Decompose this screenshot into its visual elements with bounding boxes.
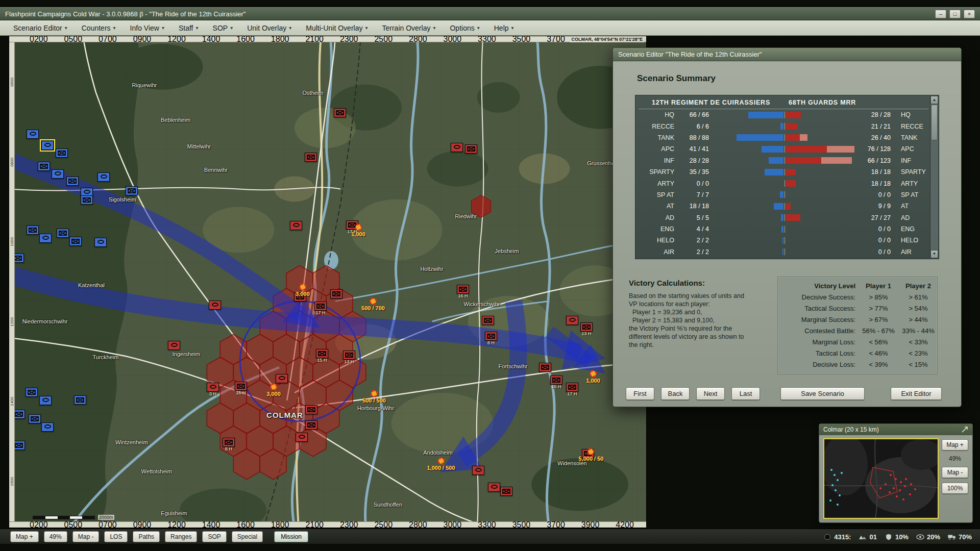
close-icon[interactable]: × (964, 10, 975, 18)
pact-unit-counter[interactable] (566, 316, 578, 325)
p2-bar (785, 134, 856, 141)
pact-unit-counter[interactable] (305, 153, 317, 162)
pact-unit-counter[interactable]: 15 H (316, 349, 328, 358)
pact-unit-counter[interactable] (296, 433, 308, 442)
nato-unit-counter[interactable] (29, 414, 41, 423)
toolbar-paths-button[interactable]: Paths (133, 531, 160, 542)
pact-unit-counter[interactable]: 13 H (343, 350, 355, 360)
nato-unit-counter[interactable] (74, 395, 86, 405)
toolbar-ranges-button[interactable]: Ranges (165, 531, 197, 542)
town-label: Mittelwihr (187, 143, 211, 149)
pact-unit-counter[interactable] (482, 316, 494, 325)
toolbar-mission-button[interactable]: Mission (274, 531, 308, 542)
pact-unit-counter[interactable] (472, 466, 484, 475)
menu-item-unit-overlay[interactable]: Unit Overlay▾ (241, 22, 298, 34)
pact-unit-counter[interactable] (276, 374, 288, 383)
toolbar-special-button[interactable]: Special (232, 531, 263, 542)
resize-icon[interactable] (961, 426, 968, 433)
pact-unit-counter[interactable] (488, 483, 500, 492)
unit-table-scrollbar[interactable]: ▲ ▼ (930, 96, 938, 258)
pact-unit-counter[interactable]: 15 H (550, 375, 562, 385)
minimap-map-button[interactable]: Map - (942, 467, 968, 478)
menu-item-terrain-overlay[interactable]: Terrain Overlay▾ (376, 22, 442, 34)
scroll-up-icon[interactable]: ▲ (930, 96, 938, 104)
nato-unit-counter[interactable] (52, 169, 64, 179)
nato-unit-counter[interactable] (56, 148, 68, 158)
vp-marker[interactable]: 500 / 700 (361, 298, 385, 311)
vp-marker[interactable]: 1,000 / 500 (427, 458, 455, 471)
pact-unit-counter[interactable]: 17 H (566, 383, 578, 392)
nato-unit-counter[interactable] (41, 141, 54, 150)
nav-next-button[interactable]: Next (696, 387, 725, 400)
minimize-icon[interactable]: – (935, 10, 946, 18)
vp-marker[interactable]: 1,000 (351, 224, 365, 237)
pact-unit-counter[interactable] (209, 300, 221, 310)
pact-unit-counter[interactable]: 3 H (207, 383, 219, 392)
dialog-title-bar[interactable]: Scenario Editor "The Ride of the 12th Cu… (613, 48, 961, 61)
menu-item-scenario-editor[interactable]: Scenario Editor▾ (7, 22, 74, 34)
map-viewport[interactable]: OstheimRiquewihrBeblenheimMittelwihrBenn… (9, 36, 647, 528)
toolbar-49-button[interactable]: 49% (44, 531, 67, 542)
pact-unit-counter[interactable]: 17 H (314, 302, 327, 311)
pact-unit-counter[interactable] (500, 487, 512, 496)
menu-item-help[interactable]: Help▾ (488, 22, 520, 34)
pact-unit-counter[interactable]: 8 H (485, 332, 497, 341)
nato-unit-counter[interactable] (81, 195, 93, 205)
minimap-title-bar[interactable]: Colmar (20 x 15 km) (819, 424, 972, 435)
nato-unit-counter[interactable] (26, 388, 38, 397)
nato-unit-counter[interactable] (27, 226, 39, 235)
scrollbar-track[interactable] (930, 141, 938, 250)
nav-last-button[interactable]: Last (731, 387, 760, 400)
toolbar-sop-button[interactable]: SOP (202, 531, 226, 542)
vp-marker[interactable]: 1,000 (586, 371, 600, 384)
pact-unit-counter[interactable] (334, 108, 346, 117)
vp-marker[interactable]: 3,000 (266, 384, 281, 397)
minimap-map-button[interactable]: Map + (942, 439, 968, 450)
maximize-icon[interactable]: □ (949, 10, 961, 18)
pact-unit-counter[interactable] (305, 405, 317, 414)
nato-unit-counter[interactable] (41, 422, 54, 432)
menu-item-options[interactable]: Options▾ (444, 22, 485, 34)
menu-item-staff[interactable]: Staff▾ (173, 22, 205, 34)
victory-note-line: Based on the starting values of units an… (629, 292, 777, 300)
vp-marker[interactable]: 3,000 (296, 284, 310, 297)
nato-unit-counter[interactable] (66, 177, 79, 186)
menu-item-counters[interactable]: Counters▾ (76, 22, 122, 34)
nato-unit-counter[interactable] (57, 229, 69, 238)
pact-unit-counter[interactable] (451, 143, 463, 152)
nato-unit-counter[interactable] (39, 234, 52, 243)
pact-unit-counter[interactable] (330, 289, 342, 298)
nato-unit-counter[interactable] (94, 238, 107, 247)
exit-editor-button[interactable]: Exit Editor (891, 387, 942, 400)
nato-unit-counter[interactable] (27, 130, 39, 139)
pact-unit-counter[interactable]: 16 H (235, 382, 247, 391)
save-scenario-button[interactable]: Save Scenario (780, 387, 865, 400)
pact-unit-counter[interactable]: 16 H (457, 285, 469, 294)
menu-item-sop[interactable]: SOP▾ (207, 22, 239, 34)
pact-unit-counter[interactable] (305, 420, 317, 430)
vp-marker[interactable]: 5,000 / 50 (579, 449, 604, 462)
menu-item-info-view[interactable]: Info View▾ (124, 22, 170, 34)
nato-unit-counter[interactable] (69, 237, 82, 246)
pact-unit-counter[interactable]: 8 H (223, 438, 235, 447)
pact-unit-counter[interactable] (168, 341, 180, 350)
pact-unit-counter[interactable] (539, 363, 551, 372)
pact-unit-counter[interactable] (465, 144, 477, 154)
minimap-100-button[interactable]: 100% (942, 483, 968, 494)
scroll-down-icon[interactable]: ▼ (930, 250, 938, 258)
nato-unit-counter[interactable] (97, 172, 110, 182)
scrollbar-thumb[interactable] (931, 105, 938, 140)
nav-back-button[interactable]: Back (661, 387, 690, 400)
minimap-viewport[interactable] (823, 438, 939, 519)
nato-unit-counter[interactable] (39, 396, 52, 405)
nato-unit-counter[interactable] (126, 186, 138, 195)
vp-marker[interactable]: 500 / 500 (362, 391, 386, 404)
pact-unit-counter[interactable] (290, 221, 302, 230)
nav-first-button[interactable]: First (626, 387, 654, 400)
pact-unit-counter[interactable]: 13 H (580, 322, 593, 332)
toolbar-map-button[interactable]: Map - (72, 531, 100, 542)
menu-item-multi-unit-overlay[interactable]: Multi-Unit Overlay▾ (300, 22, 374, 34)
toolbar-map-button[interactable]: Map + (10, 531, 39, 542)
nato-unit-counter[interactable] (38, 162, 50, 171)
toolbar-los-button[interactable]: LOS (104, 531, 128, 542)
